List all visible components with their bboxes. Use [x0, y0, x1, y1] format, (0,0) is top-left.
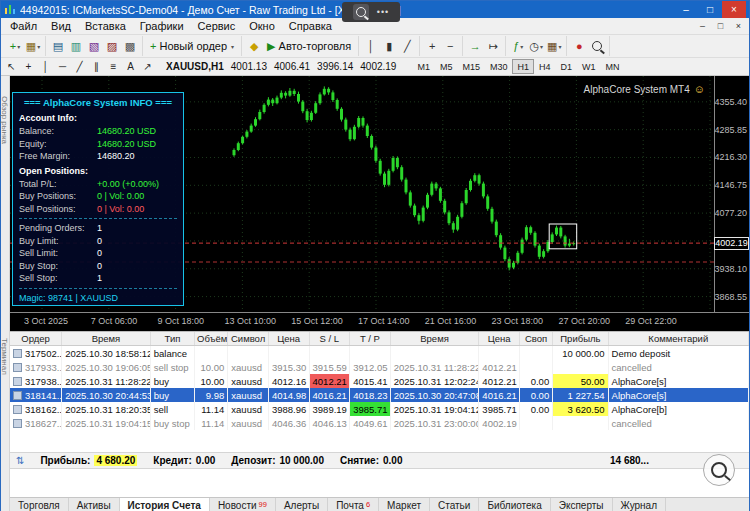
more-options-icon[interactable]: •••	[377, 7, 389, 17]
text-tool[interactable]: A	[122, 59, 139, 74]
terminal-tab-5[interactable]: Почта6	[328, 498, 379, 511]
column-header-0[interactable]: Ордер	[10, 332, 62, 346]
horizontal-line-tool[interactable]: ─	[54, 59, 71, 74]
maximize-button[interactable]: □	[698, 1, 722, 18]
side-tab-0[interactable]: Обзор рынка	[1, 96, 9, 144]
terminal-tab-10[interactable]: Журнал	[613, 498, 667, 511]
terminal-tab-1[interactable]: Активы	[69, 498, 120, 511]
deposit-value: 10 000.00	[279, 455, 324, 466]
menu-item-Вид[interactable]: Вид	[44, 20, 78, 32]
timeframe-h1[interactable]: H1	[512, 59, 534, 74]
search-icon[interactable]	[588, 37, 606, 55]
ea-name: AlphaCore System MT4	[584, 84, 690, 95]
time-label: 9 Oct 18:00	[158, 316, 205, 326]
timeframe-m1[interactable]: M1	[412, 59, 435, 74]
zoom-fab[interactable]	[703, 454, 735, 486]
column-header-11[interactable]: Прибыль	[553, 332, 608, 346]
fibonacci-tool[interactable]: ≡	[105, 59, 122, 74]
terminal-tab-9[interactable]: Эксперты	[551, 498, 613, 511]
side-tab-1[interactable]: Терминал	[1, 338, 9, 375]
column-header-1[interactable]: Время	[62, 332, 151, 346]
cursor-tool[interactable]: ↖	[3, 59, 20, 74]
terminal-tab-0[interactable]: Торговля	[10, 498, 69, 511]
chart-restore-button[interactable]: □	[712, 21, 729, 31]
alert-icon[interactable]: ●	[570, 37, 588, 55]
navigator-toggle[interactable]: ▧	[85, 37, 103, 55]
timeframe-d1[interactable]: D1	[556, 59, 578, 74]
terminal-tab-7[interactable]: Статьи	[430, 498, 479, 511]
zoom-icon[interactable]	[353, 4, 369, 20]
zoom-in-button[interactable]: +	[423, 37, 441, 55]
minimize-button[interactable]: –	[674, 1, 698, 18]
total-profit-value: 4 680.20	[94, 455, 137, 466]
terminal-tab-3[interactable]: Новости99	[210, 498, 276, 511]
time-label: 23 Oct 18:00	[492, 316, 544, 326]
timeframe-m30[interactable]: M30	[485, 59, 513, 74]
column-header-8[interactable]: Время	[390, 332, 479, 346]
side-strip: Обзор рынкаТерминал	[1, 76, 10, 511]
column-header-4[interactable]: Символ	[228, 332, 269, 346]
new-chart-button[interactable]: +▾	[6, 37, 24, 55]
column-header-6[interactable]: S / L	[309, 332, 350, 346]
indicators-button[interactable]: ƒ▾	[509, 37, 527, 55]
timeframe-mn[interactable]: MN	[601, 59, 625, 74]
market-watch-toggle[interactable]: ▤	[49, 37, 67, 55]
periods-button[interactable]: ◷▾	[527, 37, 545, 55]
info-row: Buy Positions:0 | Vol: 0.00	[19, 190, 177, 203]
info-row-value: 14680.20	[97, 150, 135, 163]
autotrading-button[interactable]: ▶Авто-торговля	[263, 37, 355, 55]
templates-button[interactable]: ▦▾	[545, 37, 563, 55]
metaeditor-button[interactable]: ◆	[245, 37, 263, 55]
info-row-value: 1	[97, 272, 102, 285]
profiles-button[interactable]: ▦▾	[24, 37, 42, 55]
zoom-out-button[interactable]: −	[441, 37, 459, 55]
column-header-5[interactable]: Цена	[268, 332, 309, 346]
column-header-12[interactable]: Комментарий	[608, 332, 748, 346]
menu-item-Вставка[interactable]: Вставка	[78, 20, 133, 32]
close-button[interactable]: ×	[722, 1, 746, 18]
trendline-tool[interactable]: ╱	[71, 59, 88, 74]
column-header-7[interactable]: T / P	[350, 332, 391, 346]
chart-area[interactable]: 4355.404285.854216.304146.754077.204007.…	[10, 76, 749, 332]
menu-item-Файл[interactable]: Файл	[3, 20, 44, 32]
quote-symbol: XAUUSD,H1	[166, 61, 224, 72]
table-row[interactable]: 317502...2025.10.30 18:58:12balance10 00…	[10, 346, 749, 361]
table-row[interactable]: 318162...2025.10.31 18:20:35sell11.14xau…	[10, 402, 749, 416]
terminal-tab-2[interactable]: История Счета	[120, 498, 210, 511]
candles-chart-button[interactable]: ▮	[380, 37, 398, 55]
table-row[interactable]: 317933...2025.10.30 19:06:05sell stop10.…	[10, 360, 749, 374]
strategy-tester-toggle[interactable]: ▩	[121, 37, 139, 55]
timeframe-h4[interactable]: H4	[534, 59, 556, 74]
column-header-9[interactable]: Цена	[479, 332, 520, 346]
menu-item-Окно[interactable]: Окно	[242, 20, 282, 32]
terminal-tab-8[interactable]: Библиотека	[479, 498, 550, 511]
arrows-tool[interactable]: ↗	[139, 59, 156, 74]
table-row[interactable]: 318627...2025.10.31 19:04:15buy stop11.1…	[10, 416, 749, 430]
column-header-3[interactable]: Объём	[195, 332, 228, 346]
table-row[interactable]: 317938...2025.10.31 11:28:22buy10.00xauu…	[10, 374, 749, 388]
autoscroll-button[interactable]: →	[466, 37, 484, 55]
terminal-tab-6[interactable]: Маркет	[379, 498, 430, 511]
menu-item-Справка[interactable]: Справка	[282, 20, 339, 32]
timeframe-m5[interactable]: M5	[435, 59, 458, 74]
crosshair-tool[interactable]: +	[20, 59, 37, 74]
data-window-toggle[interactable]: ▥	[67, 37, 85, 55]
time-label: 13 Oct 10:00	[224, 316, 276, 326]
menu-item-Графики[interactable]: Графики	[133, 20, 191, 32]
chart-close-button[interactable]: ×	[730, 21, 747, 31]
column-header-10[interactable]: Своп	[519, 332, 552, 346]
terminal-toggle[interactable]: ▨	[103, 37, 121, 55]
timeframe-w1[interactable]: W1	[577, 59, 601, 74]
new-order-button[interactable]: +Новый ордер▾	[146, 37, 238, 55]
table-row[interactable]: 318141...2025.10.30 20:44:53buy9.98xauus…	[10, 388, 749, 402]
channel-tool[interactable]: ∥	[88, 59, 105, 74]
vertical-line-tool[interactable]: │	[37, 59, 54, 74]
chart-minimize-button[interactable]: –	[694, 21, 711, 31]
menu-item-Сервис[interactable]: Сервис	[191, 20, 243, 32]
column-header-2[interactable]: Тип	[150, 332, 194, 346]
timeframe-m15[interactable]: M15	[457, 59, 485, 74]
bars-chart-button[interactable]: │	[362, 37, 380, 55]
terminal-tab-4[interactable]: Алерты	[276, 498, 328, 511]
chart-shift-button[interactable]: ↦	[484, 37, 502, 55]
line-chart-button[interactable]: ╱	[398, 37, 416, 55]
